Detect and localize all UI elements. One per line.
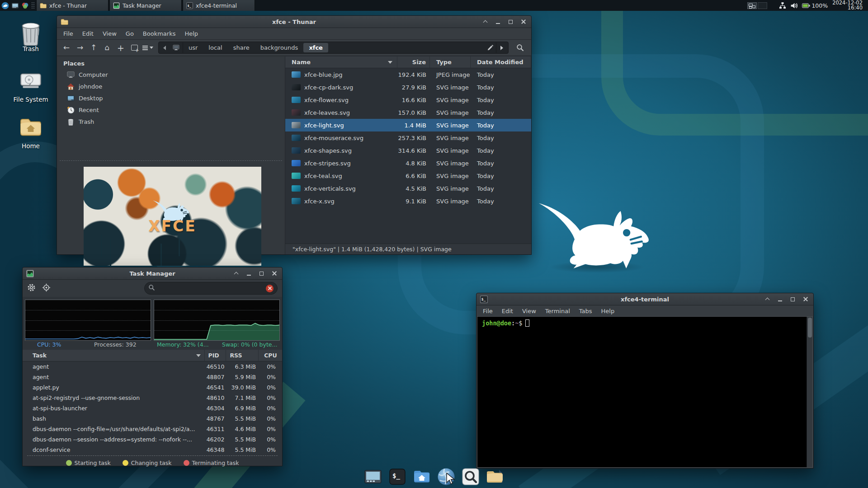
settings-gear-icon[interactable] bbox=[27, 283, 36, 294]
task-column-rss[interactable]: RSS bbox=[226, 350, 259, 361]
place-trash[interactable]: Trash bbox=[57, 116, 285, 127]
file-row[interactable]: xfce-shapes.svg314.6 KiBSVG imageToday bbox=[285, 144, 531, 157]
up-button[interactable]: ↑ bbox=[88, 42, 99, 54]
edit-path-button[interactable] bbox=[484, 42, 496, 54]
task-row[interactable]: applet.py4654139.0 MiB0% bbox=[23, 382, 282, 393]
workspace-1[interactable] bbox=[747, 2, 757, 9]
panel-clock[interactable]: 2024-12-02 16:40 bbox=[832, 0, 863, 11]
place-johndoe[interactable]: johndoe bbox=[57, 80, 285, 92]
path-scroll-right-icon[interactable] bbox=[500, 46, 503, 50]
terminal-launcher-icon[interactable]: $_ bbox=[387, 467, 407, 487]
colors-icon[interactable] bbox=[20, 0, 30, 11]
workspace-2[interactable] bbox=[758, 2, 767, 9]
panel-handle[interactable] bbox=[31, 2, 35, 9]
close-button[interactable] bbox=[519, 18, 528, 26]
home-button[interactable]: ⌂ bbox=[101, 42, 113, 54]
workspace-pager[interactable] bbox=[747, 2, 767, 9]
task-row[interactable]: dbus-daemon --session --address=systemd:… bbox=[23, 434, 282, 445]
close-button[interactable] bbox=[802, 295, 810, 303]
minimize-button[interactable] bbox=[776, 295, 784, 303]
back-button[interactable]: ← bbox=[61, 42, 72, 54]
process-target-icon[interactable] bbox=[42, 283, 51, 294]
path-segment-xfce[interactable]: xfce bbox=[303, 43, 328, 52]
new-window-button[interactable] bbox=[128, 42, 140, 54]
show-desktop-icon[interactable] bbox=[363, 467, 383, 487]
clear-search-icon[interactable] bbox=[266, 285, 274, 292]
taskbar-button-1[interactable]: xfce - Thunar bbox=[36, 0, 108, 11]
terminal-menu-edit[interactable]: Edit bbox=[497, 306, 518, 316]
terminal-screen[interactable]: john@doe:~$ bbox=[477, 317, 807, 467]
taskmanager-search[interactable] bbox=[144, 282, 278, 295]
task-column-pid[interactable]: PID bbox=[205, 350, 226, 361]
file-row[interactable]: xfce-stripes.svg4.8 KiBSVG imageToday bbox=[285, 157, 531, 169]
thunar-menu-edit[interactable]: Edit bbox=[78, 28, 98, 39]
maximize-button[interactable] bbox=[507, 18, 515, 26]
new-tab-button[interactable]: + bbox=[115, 42, 127, 54]
terminal-scrollbar[interactable] bbox=[807, 317, 812, 467]
column-header-date-modified[interactable]: Date Modified bbox=[471, 56, 531, 68]
task-row[interactable]: bash487675.5 MiB0% bbox=[23, 413, 282, 424]
view-mode-button[interactable] bbox=[142, 42, 154, 54]
task-row[interactable]: agent488075.9 MiB0% bbox=[23, 372, 282, 382]
file-row[interactable]: xfce-x.svg9.1 KiBSVG imageToday bbox=[285, 195, 531, 207]
task-row[interactable]: dbus-daemon --config-file=/usr/share/def… bbox=[23, 424, 282, 434]
network-icon[interactable] bbox=[779, 2, 786, 9]
scrollbar-thumb[interactable] bbox=[808, 318, 812, 338]
filesystem-root-button[interactable] bbox=[170, 42, 183, 53]
minimize-button[interactable] bbox=[494, 18, 502, 26]
files-launcher-icon[interactable] bbox=[485, 467, 505, 487]
desktop-icon-file-system[interactable]: File System bbox=[7, 70, 54, 103]
thunar-titlebar[interactable]: xfce - Thunar bbox=[57, 16, 531, 28]
file-row[interactable]: xfce-verticals.svg4.5 KiBSVG imageToday bbox=[285, 182, 531, 195]
path-segment-share[interactable]: share bbox=[228, 43, 255, 52]
file-row[interactable]: xfce-cp-dark.svg27.9 KiBSVG imageToday bbox=[285, 81, 531, 94]
app-finder-launcher-icon[interactable] bbox=[461, 467, 481, 487]
column-header-type[interactable]: Type bbox=[430, 56, 471, 68]
file-row[interactable]: xfce-mouserace.svg257.3 KiBSVG imageToda… bbox=[285, 131, 531, 144]
place-recent[interactable]: Recent bbox=[57, 104, 285, 116]
file-row[interactable]: xfce-blue.jpg192.4 KiBJPEG imageToday bbox=[285, 68, 531, 81]
search-button[interactable] bbox=[514, 42, 526, 54]
path-segment-usr[interactable]: usr bbox=[183, 43, 203, 52]
terminal-menu-tabs[interactable]: Tabs bbox=[575, 306, 597, 316]
place-computer[interactable]: Computer bbox=[57, 69, 285, 80]
column-header-name[interactable]: Name bbox=[285, 56, 397, 68]
taskbar-button-2[interactable]: Task Manager bbox=[109, 0, 182, 11]
desktop-icon-trash[interactable]: Trash bbox=[7, 19, 54, 52]
path-segment-local[interactable]: local bbox=[203, 43, 227, 52]
close-button[interactable] bbox=[270, 269, 278, 277]
forward-button[interactable]: → bbox=[74, 42, 86, 54]
thunar-menu-bookmarks[interactable]: Bookmarks bbox=[138, 28, 180, 39]
terminal-menu-terminal[interactable]: Terminal bbox=[541, 306, 575, 316]
task-row[interactable]: at-spi-bus-launcher463046.9 MiB0% bbox=[23, 403, 282, 413]
taskmanager-titlebar[interactable]: Task Manager bbox=[23, 267, 282, 280]
volume-icon[interactable] bbox=[790, 2, 798, 9]
place-desktop[interactable]: Desktop bbox=[57, 92, 285, 104]
task-row[interactable]: dconf-service463485.5 MiB0% bbox=[23, 445, 282, 455]
terminal-titlebar[interactable]: $_ xfce4-terminal bbox=[476, 293, 813, 305]
terminal-menu-help[interactable]: Help bbox=[597, 306, 619, 316]
thunar-menu-help[interactable]: Help bbox=[180, 28, 203, 39]
terminal-menu-view[interactable]: View bbox=[518, 306, 541, 316]
task-row[interactable]: agent465106.3 MiB0% bbox=[23, 361, 282, 372]
shade-button[interactable] bbox=[232, 269, 241, 277]
file-row[interactable]: xfce-light.svg1.4 MiBSVG imageToday bbox=[285, 119, 531, 131]
path-segment-backgrounds[interactable]: backgrounds bbox=[255, 43, 304, 52]
column-header-size[interactable]: Size bbox=[397, 56, 430, 68]
file-row[interactable]: xfce-leaves.svg157.0 KiBSVG imageToday bbox=[285, 106, 531, 119]
file-manager-launcher-icon[interactable] bbox=[412, 467, 432, 487]
task-column-task[interactable]: Task bbox=[23, 350, 205, 361]
search-input[interactable] bbox=[158, 285, 263, 292]
battery-indicator[interactable]: 100% bbox=[802, 2, 828, 9]
thunar-menu-file[interactable]: File bbox=[59, 28, 78, 39]
xfce-menu-icon[interactable] bbox=[0, 0, 10, 11]
task-row[interactable]: at-spi2-registryd --use-gnome-session486… bbox=[23, 393, 282, 403]
minimize-button[interactable] bbox=[245, 269, 253, 277]
thunar-menu-view[interactable]: View bbox=[98, 28, 121, 39]
maximize-button[interactable] bbox=[789, 295, 797, 303]
desktop-icon-home[interactable]: Home bbox=[7, 116, 54, 150]
task-column-cpu[interactable]: CPU bbox=[259, 350, 282, 361]
terminal-body[interactable]: john@doe:~$ bbox=[477, 316, 813, 468]
maximize-button[interactable] bbox=[258, 269, 266, 277]
file-row[interactable]: xfce-teal.svg6.6 KiBSVG imageToday bbox=[285, 169, 531, 182]
